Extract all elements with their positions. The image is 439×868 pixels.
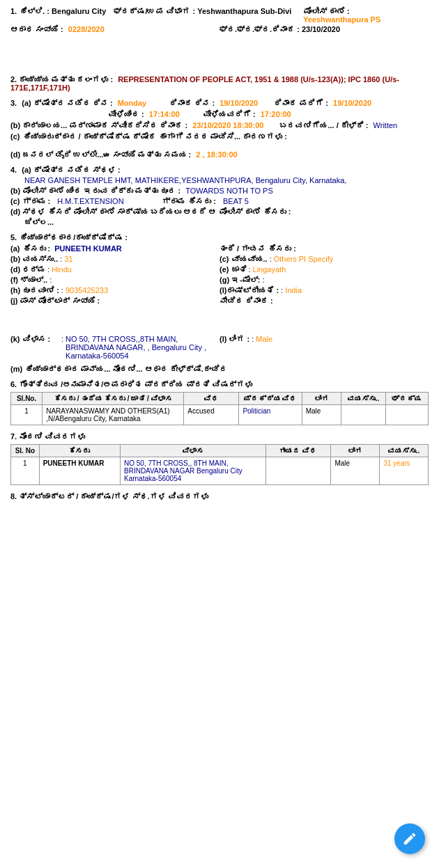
section6-row1-slno: 1	[11, 405, 43, 425]
section5-j-issued-label: ನೀಡಿದ ದಿನಾಂಕ :	[220, 297, 273, 305]
section3-written-value: Written	[373, 121, 398, 129]
section3-label: 3.	[10, 99, 17, 107]
section5-c-occ-colon: :	[270, 255, 272, 263]
section4-d-value: ಜಿಲ್ಲ...	[24, 218, 54, 226]
section4-a-value: NEAR GANESH TEMPLE HMT, MATHIKERE,YESHWA…	[24, 176, 346, 184]
section6-row1-prakrye: Politician	[239, 405, 302, 425]
section4-label: 4.	[10, 166, 17, 174]
section-4: 4. (a) ಕ್ಷೇತ್ರ ನಡೆದ ಸ್ಥಳ : NEAR GANESH T…	[10, 166, 429, 226]
section5-c-occ-value: Others PI Specify	[274, 255, 334, 263]
section5-h-phone-label: (h) ದೂರವಾಣಿ :	[10, 286, 59, 294]
section-8: 8. ತ್ಸ್ಟ್ಯಾಕ್ಟರ್ / ಕಾಯ್ಕ್ಷ/ಗಳ ಸ್ಥ.ಗಳ ವಿವ…	[10, 492, 429, 500]
section-6: 6. ಗೊತ್ತಿರುವ /ಅನುಮಾನಿತ/ಅಪರಾಧಿತ ಪ್ರಕ್ರಿಯ …	[10, 380, 429, 425]
section5-g-email-label: (g) ಇ-ಮೇಲ್:	[220, 276, 260, 284]
section5-e-caste-value: Lingayath	[253, 265, 286, 274]
section7-row1-injury	[266, 457, 331, 485]
section3-written-label: ಬರವಣಿಗೆಯ... / ಕೇಳ್ಕಿ :	[279, 121, 368, 129]
section5-h-phone-value: 9035425233	[66, 286, 108, 294]
section5-k-address-value: NO 50, 7TH CROSS,,8TH MAIN, BRINDAVANA N…	[66, 335, 220, 360]
section5-h-phone-colon: :	[61, 286, 63, 294]
section-3: 3. (a) ಕ್ಷೇತ್ರ ನಡೆದ ದಿನ : Monday ದಿನಾಂಕ …	[10, 99, 429, 159]
section5-i-nationality-label: (l)ರಾಷ್ಟ್ರೀಯತೆ :	[220, 286, 279, 294]
section7-col-injury: ಗಾಯದ ವಿಧ	[266, 445, 331, 457]
section5-b-age-label: (b) ವಯಸ್ಸು..	[10, 255, 58, 263]
section-1: 1. ಹಿಲ್ಲಿ. : Bengaluru City ಘ್ರಕ್ಷ/ಉಪ ವಿ…	[10, 7, 429, 33]
edit-button[interactable]	[394, 823, 425, 854]
section8-label: 8. ತ್ಸ್ಟ್ಯಾಕ್ಟರ್ / ಕಾಯ್ಕ್ಷ/ಗಳ ಸ್ಥ.ಗಳ ವಿವ…	[10, 492, 208, 500]
section3-d-value: 2 , 18:30:00	[196, 150, 237, 159]
section1-city-label: ಹಿಲ್ಲಿ. : Bengaluru City	[19, 7, 106, 15]
section3-b-value: 23/10/2020 18:30:00	[192, 121, 263, 129]
section6-row1-vidha: Accused	[184, 405, 239, 425]
section5-d-religion-colon: :	[47, 265, 49, 274]
section5-d-religion-label: (d) ಧರ್ಮ	[10, 265, 45, 274]
section4-a-label: (a) ಕ್ಷೇತ್ರ ನಡೆದ ಸ್ಥಳ :	[22, 166, 120, 174]
section3-date-label: ದಿನಾಂಕ ದಿನ :	[169, 99, 215, 107]
section4-d-label: (d) ಸ್ಥಳ ಹೆಸರಿ ಪೊಲೀಸ್ ಠಾಣೆ ಸಾಕ್ಷ್ಯ ಬರೆಯಲ…	[10, 207, 291, 216]
section4-c-gram-label: (c) ಗ್ರಾಮ :	[10, 197, 50, 205]
section7-row1-name: PUNEETH KUMAR	[39, 457, 120, 485]
section7-label: 7. ನೊಂದಣಿ ವಿವರಗಳು	[10, 432, 85, 441]
section3-from-value: 17:14:00	[149, 110, 180, 118]
section6-row1-ghraksha	[385, 405, 428, 425]
section3-time-label: ದಿನಾಂಕ ಪರಿಗೆ :	[274, 99, 328, 107]
section3-to-value: 17:20:00	[261, 110, 291, 118]
table-row: 1 PUNEETH KUMAR NO 50, 7TH CROSS,, 8TH M…	[11, 457, 429, 485]
section5-k-address-colon: :	[61, 335, 63, 360]
section6-table: Sl.No. ಹೆಸರು / ತಂದೆಯ ಹೆಸರು / ಜಾತಿ / ವಿಳಾ…	[10, 392, 429, 425]
section5-b-age-value: 31	[64, 255, 72, 263]
section6-col-age: ವಯಸ್ಸು..	[341, 393, 386, 405]
section3-d-label: (d) ಜನರಲ್ ಡೈರಿ ಉಲ್ಲೇ...ಈ ಸಂಖ್ಯೆ ಮತ್ತು ಸಮ…	[10, 150, 191, 159]
section-2: 2. ಕಾಯ್ಯ್ಯ ಮತ್ತು ಕಲಂಗಳು : REPRESENTATION…	[10, 75, 429, 92]
section1-num: 1.	[10, 7, 17, 15]
section6-col-gender: ಲಿಂಗ	[302, 393, 341, 405]
section6-row1-age	[341, 405, 386, 425]
section6-row1-name: NARAYANASWAMY AND OTHERS(A1) ,N/ABengalu…	[43, 405, 184, 425]
section5-j-passport-label: (j) ಪಾಸ್ ಪೋರ್ಟಾರ್ ಸಂಖ್ಯೆ :	[10, 297, 100, 305]
section7-row1-address: NO 50, 7TH CROSS,, 8TH MAIN, BRINDAVANA …	[121, 457, 266, 485]
section4-c-beat-label: ಗ್ರಾಮ ಹೆಸರು :	[162, 197, 216, 205]
section7-row1-gender: Male	[331, 457, 380, 485]
section4-c-gram-value: H.M.T.EXTENSION	[57, 197, 148, 205]
section4-c-beat-value: BEAT 5	[223, 197, 249, 205]
section5-l-gender-value: Male	[256, 335, 272, 343]
section7-table: Sl. No ಹೆಸರು ವಿಳಾಸ ಗಾಯದ ವಿಧ ಲಿಂಗ ವಯಸ್ಸು.…	[10, 444, 429, 485]
section5-d-religion-value: Hindu	[52, 265, 72, 274]
section5-e-caste-colon: :	[249, 265, 251, 274]
section5-a-name-label: (a) ಹೆಸರು :	[10, 244, 50, 253]
section5-l-gender-label: (l) ಲಿಂಗ :	[220, 335, 249, 343]
section3-a-value: Monday	[118, 99, 147, 107]
section2-label: 2. ಕಾಯ್ಯ್ಯ ಮತ್ತು ಕಲಂಗಳು :	[10, 75, 113, 84]
section5-m-label: (m) ಹಿಯ್ಯಾರ್ಥದಾರ ಮಾನ್ಯ... ನೋಂದಣಿ... ಆಧಾರ…	[10, 365, 227, 373]
section3-c-label: (c) ಹಿಯ್ಯಾರುದ್ದಾರ / ಕಾಯ್ಕ್ಷಿಕ್ಷ ಕ್ಷೇಕ ಹಾ…	[10, 132, 287, 141]
section7-col-age: ವಯಸ್ಸು..	[380, 445, 429, 457]
table-row: 1 NARAYANASWAMY AND OTHERS(A1) ,N/ABenga…	[11, 405, 429, 425]
section6-col-prakrye: ಪ್ರಕ್ರಿಯ ವಿಧ	[239, 393, 302, 405]
section6-row1-gender: Male	[302, 405, 341, 425]
section5-f-label: (f) ಶ್ಯಾಲ್..	[10, 276, 47, 284]
section5-l-gender-colon: :	[252, 335, 254, 343]
section5-g-email-colon: :	[262, 276, 264, 284]
section7-row1-slno: 1	[11, 457, 40, 485]
section3-to-label: ವೇಳೆಯವರಿಗೆ :	[203, 110, 256, 118]
section7-col-slno: Sl. No	[11, 445, 40, 457]
section7-col-address: ವಿಳಾಸ	[121, 445, 266, 457]
section6-col-name: ಹೆಸರು / ತಂದೆಯ ಹೆಸರು / ಜಾತಿ / ವಿಳಾಸ	[43, 393, 184, 405]
section1-caseno-label: ಆರಾಧ ಸಂಖ್ಯೆ :	[10, 25, 63, 33]
section5-c-occ-label: (c) ವ್ಯವ್ಯ..	[220, 255, 268, 263]
section6-col-slno: Sl.No.	[11, 393, 43, 405]
section5-label: 5. ಹಿಯ್ಯಾರ್ಥದಾರ/ಕಾಯ್ಕ್ಷಿಕ್ಷ :	[10, 233, 429, 242]
section1-caseno-value: 0228/2020	[68, 25, 105, 33]
section7-col-name: ಹೆಸರು	[39, 445, 120, 457]
section3-from-label: ವೇಳೆಯಿಂದ :	[108, 110, 144, 118]
section1-date-label: ಘ್ರ.ಘ್ರ.ಘ್ರ.ದಿನಾಂಕ : 23/10/2020	[220, 25, 340, 33]
section3-time-value: 19/10/2020	[333, 99, 371, 107]
section6-col-vidha: ವಿಧ	[184, 393, 239, 405]
section6-label: 6. ಗೊತ್ತಿರುವ /ಅನುಮಾನಿತ/ಅಪರಾಧಿತ ಪ್ರಕ್ರಿಯ …	[10, 380, 252, 388]
section7-row1-age: 31 years	[380, 457, 429, 485]
section1-police-value: Yeeshwanthapura PS	[303, 15, 380, 24]
section5-a-father-label: ತಂದೆ / ಗಂಡನ ಹೆಸರು :	[220, 244, 296, 253]
section-5: 5. ಹಿಯ್ಯಾರ್ಥದಾರ/ಕಾಯ್ಕ್ಷಿಕ್ಷ : (a) ಹೆಸರು …	[10, 233, 429, 373]
section7-col-gender: ಲಿಂಗ	[331, 445, 380, 457]
section3-b-label: (b) ಕಾರ್ಯಾಲಯ... ಪರ್ಣಾಮಾಕ ಸ್ವೀಕರಿಸಿದ ದಿನಾ…	[10, 121, 187, 129]
